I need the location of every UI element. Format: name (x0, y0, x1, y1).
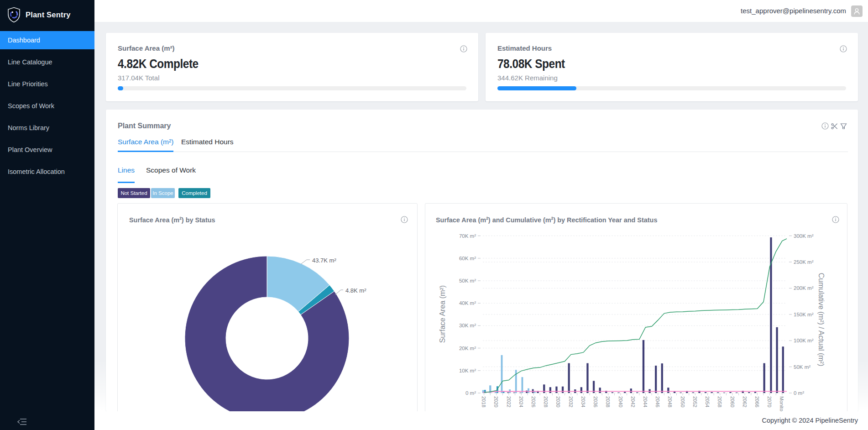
svg-text:2060: 2060 (730, 396, 735, 407)
svg-text:2026: 2026 (531, 396, 536, 407)
svg-text:40K m²: 40K m² (459, 300, 476, 306)
svg-text:2054: 2054 (705, 396, 710, 407)
svg-text:50K m²: 50K m² (794, 364, 810, 370)
svg-text:2018: 2018 (481, 396, 486, 407)
svg-text:30K m²: 30K m² (459, 323, 476, 328)
svg-text:50K m²: 50K m² (459, 278, 476, 283)
svg-text:60K m²: 60K m² (459, 256, 476, 261)
svg-text:2052: 2052 (692, 396, 698, 407)
svg-text:2046: 2046 (655, 396, 660, 407)
svg-text:Monitoring: Monitoring (779, 396, 784, 411)
svg-text:2042: 2042 (630, 396, 636, 407)
svg-text:2058: 2058 (717, 396, 722, 407)
svg-text:2020: 2020 (493, 396, 499, 407)
svg-text:43.7K m²: 43.7K m² (312, 257, 336, 264)
svg-text:100K m²: 100K m² (794, 338, 814, 343)
svg-text:2062: 2062 (742, 396, 748, 407)
svg-text:2034: 2034 (580, 396, 586, 407)
svg-text:2050: 2050 (680, 396, 685, 407)
svg-text:300K m²: 300K m² (794, 233, 814, 239)
svg-text:20K m²: 20K m² (459, 346, 476, 351)
svg-text:2040: 2040 (618, 396, 623, 407)
svg-text:2028: 2028 (543, 396, 549, 407)
svg-text:2024: 2024 (518, 396, 524, 407)
svg-text:2030: 2030 (555, 396, 561, 407)
svg-text:0 m²: 0 m² (465, 390, 476, 396)
svg-text:70K m²: 70K m² (459, 233, 476, 239)
svg-text:2070: 2070 (767, 396, 772, 407)
svg-text:2066: 2066 (754, 396, 760, 407)
svg-text:250K m²: 250K m² (794, 259, 814, 265)
svg-text:4.8K m²: 4.8K m² (345, 287, 366, 294)
svg-text:Cumulative (m²) / Actual (m²): Cumulative (m²) / Actual (m²) (817, 273, 825, 366)
svg-text:2044: 2044 (643, 396, 648, 407)
svg-text:2048: 2048 (667, 396, 673, 407)
svg-text:10K m²: 10K m² (459, 368, 476, 373)
svg-text:150K m²: 150K m² (794, 312, 814, 317)
svg-text:2036: 2036 (593, 396, 598, 407)
svg-text:2038: 2038 (605, 396, 611, 407)
svg-text:200K m²: 200K m² (794, 285, 814, 291)
svg-text:Surface Area (m²): Surface Area (m²) (439, 285, 446, 343)
svg-text:2032: 2032 (568, 396, 574, 407)
svg-text:0 m²: 0 m² (794, 390, 804, 396)
svg-text:2022: 2022 (506, 396, 512, 407)
